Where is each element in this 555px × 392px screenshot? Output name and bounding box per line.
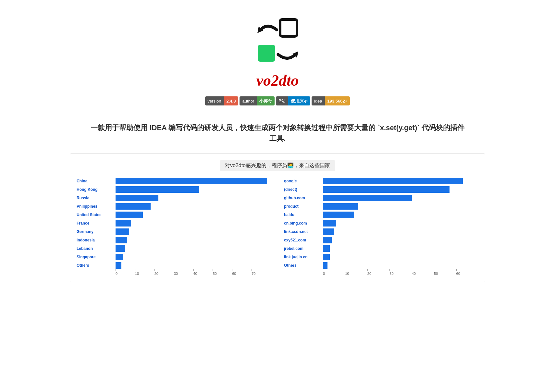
bar-fill	[323, 245, 330, 252]
bar-label: Russia	[77, 196, 116, 200]
bar-track	[323, 186, 478, 193]
bar-row: Singapore	[77, 253, 271, 261]
badge-author-right: 小傅哥	[257, 96, 275, 105]
bar-label: link.csdn.net	[284, 229, 323, 234]
bar-track	[116, 262, 271, 269]
bar-fill	[323, 237, 332, 243]
countries-chart-panel: ChinaHong KongRussiaPhilippinesUnited St…	[77, 178, 271, 276]
bar-track	[323, 220, 478, 227]
svg-rect-1	[258, 45, 275, 62]
bar-fill	[323, 203, 358, 210]
bar-label: Indonesia	[77, 238, 116, 242]
bar-label: link.juejin.cn	[284, 255, 323, 259]
logo-container	[6, 16, 549, 68]
sources-chart-panel: google(direct)github.comproductbaiducn.b…	[284, 178, 478, 276]
bar-track	[323, 212, 478, 218]
bar-track	[323, 262, 478, 269]
x-tick: 70	[252, 272, 271, 276]
header: vo2dto version 2.4.8 author 小傅哥 B站 使用演示 …	[6, 6, 549, 122]
bar-label: cxy521.com	[284, 238, 323, 242]
x-tick: 40	[412, 272, 434, 276]
badge-bsite[interactable]: B站 使用演示	[276, 96, 310, 105]
bar-fill	[116, 212, 143, 218]
bar-fill	[116, 245, 125, 252]
bar-fill	[323, 212, 354, 218]
bar-fill	[323, 186, 450, 193]
bar-row: product	[284, 203, 478, 210]
svg-rect-0	[280, 19, 297, 36]
badge-version-right: 2.4.8	[224, 96, 239, 105]
bar-label: China	[77, 179, 116, 183]
bar-label: Singapore	[77, 255, 116, 259]
bar-fill	[116, 178, 267, 184]
bar-fill	[116, 195, 158, 201]
bar-label: Hong Kong	[77, 187, 116, 192]
bar-fill	[323, 178, 463, 184]
badge-author[interactable]: author 小傅哥	[240, 96, 275, 105]
bar-row: (direct)	[284, 186, 478, 193]
charts-wrapper: ChinaHong KongRussiaPhilippinesUnited St…	[77, 178, 478, 276]
bar-label: Lebanon	[77, 246, 116, 251]
bar-row: China	[77, 178, 271, 185]
bar-label: Germany	[77, 229, 116, 234]
description: 一款用于帮助使用 IDEA 编写代码的研发人员，快速生成两个对象转换过程中所需要…	[83, 122, 472, 144]
badge-version[interactable]: version 2.4.8	[205, 96, 239, 105]
bar-track	[116, 228, 271, 235]
bar-track	[116, 245, 271, 252]
bar-row: Others	[77, 262, 271, 269]
bar-fill	[116, 186, 199, 193]
bar-track	[323, 228, 478, 235]
bar-row: Hong Kong	[77, 186, 271, 193]
bar-fill	[116, 203, 151, 210]
x-tick: 40	[193, 272, 213, 276]
bar-label: France	[77, 221, 116, 226]
bar-track	[116, 203, 271, 210]
x-tick: 50	[213, 272, 232, 276]
badge-idea-right: 193.5662+	[325, 96, 350, 105]
bar-fill	[116, 262, 121, 269]
badge-idea[interactable]: idea 193.5662+	[312, 96, 350, 105]
badge-author-left: author	[240, 96, 257, 105]
bar-fill	[116, 254, 123, 260]
sources-bar-chart: google(direct)github.comproductbaiducn.b…	[284, 178, 478, 276]
bar-row: jrebel.com	[284, 245, 478, 252]
badge-bsite-right: 使用演示	[288, 96, 310, 105]
bar-fill	[323, 262, 327, 269]
bar-row: Indonesia	[77, 237, 271, 244]
bar-fill	[116, 237, 127, 243]
bar-row: github.com	[284, 194, 478, 202]
bar-track	[116, 195, 271, 201]
bar-label: baidu	[284, 213, 323, 217]
bar-fill	[116, 220, 131, 227]
bar-fill	[116, 228, 129, 235]
badges-container: version 2.4.8 author 小傅哥 B站 使用演示 idea 19…	[6, 96, 549, 106]
bar-row: Philippines	[77, 203, 271, 210]
bar-label: github.com	[284, 196, 323, 200]
bar-track	[116, 178, 271, 184]
bar-label: Others	[77, 263, 116, 268]
bar-label: (direct)	[284, 187, 323, 192]
bar-track	[323, 178, 478, 184]
bar-row: Lebanon	[77, 245, 271, 252]
x-tick: 60	[456, 272, 478, 276]
bar-track	[116, 254, 271, 260]
bar-label: product	[284, 204, 323, 209]
bar-fill	[323, 220, 336, 227]
bar-row: Others	[284, 262, 478, 269]
bar-fill	[323, 254, 330, 260]
bar-row: link.juejin.cn	[284, 253, 478, 261]
bar-track	[323, 203, 478, 210]
bar-track	[116, 237, 271, 243]
bar-track	[116, 186, 271, 193]
badge-version-left: version	[205, 96, 224, 105]
bar-track	[323, 245, 478, 252]
logo-title: vo2dto	[6, 71, 549, 89]
bar-row: cxy521.com	[284, 237, 478, 244]
x-tick: 0	[116, 272, 135, 276]
x-tick: 30	[389, 272, 412, 276]
x-tick: 0	[323, 272, 345, 276]
chart-section: 对vo2dto感兴趣的，程序员🧑‍💻，来自这些国家 ChinaHong Kong…	[70, 153, 485, 282]
x-tick: 20	[367, 272, 389, 276]
bar-row: baidu	[284, 211, 478, 218]
x-tick: 20	[154, 272, 174, 276]
